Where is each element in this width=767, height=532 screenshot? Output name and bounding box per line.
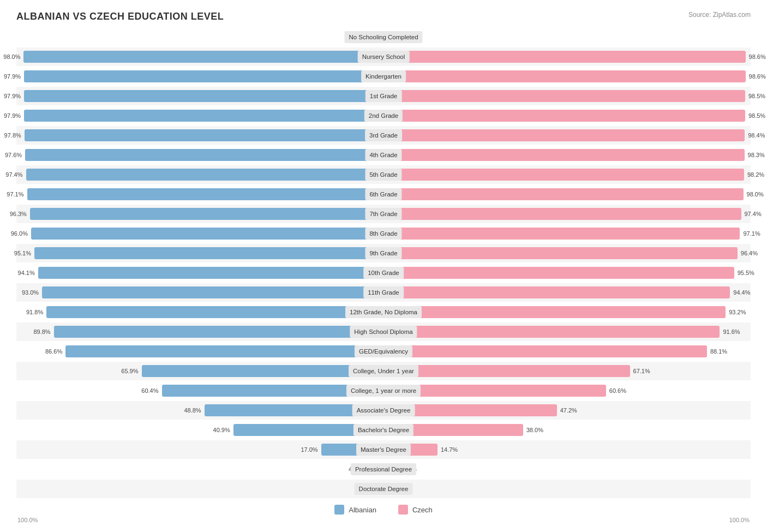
bar-label: Kindergarten [361,70,406,82]
bar-label: 3rd Grade [365,129,402,141]
bar-czech [384,51,746,63]
value-albanian: 97.4% [5,171,22,178]
bar-wrap: Doctorate Degree1.9%1.9% [16,480,751,498]
bar-czech [384,286,730,298]
bar-row: 2nd Grade97.9%98.5% [16,106,751,125]
bar-albanian [26,169,384,181]
legend-czech: Czech [398,505,433,515]
axis-right: 100.0% [729,517,750,523]
bar-row: Nursery School98.0%98.6% [16,47,751,66]
value-czech: 14.7% [441,446,458,453]
bar-wrap: Bachelor's Degree40.9%38.0% [16,421,751,439]
bar-wrap: 6th Grade97.1%98.0% [16,185,751,204]
bar-wrap: 7th Grade96.3%97.4% [16,205,751,223]
bar-albanian [24,110,384,122]
value-albanian: 93.0% [22,289,39,296]
value-albanian: 97.9% [4,93,21,99]
value-albanian: 89.8% [33,328,50,335]
legend-czech-box [398,505,408,515]
bar-albanian [46,306,384,318]
bar-label: Nursery School [358,51,410,63]
value-albanian: 97.8% [4,132,21,139]
bar-label: 6th Grade [365,188,402,200]
value-czech: 60.6% [609,387,626,394]
value-albanian: 95.1% [14,250,31,256]
value-albanian: 97.9% [4,73,21,80]
bar-row: Professional Degree4.9%4.4% [16,460,751,479]
bar-wrap: College, 1 year or more60.4%60.6% [16,381,751,400]
value-czech: 98.0% [747,191,764,198]
bar-wrap: Nursery School98.0%98.6% [16,47,751,66]
bar-row: 9th Grade95.1%96.4% [16,244,751,262]
bar-label: 10th Grade [363,267,404,279]
bar-albanian [38,267,384,279]
bar-wrap: 2nd Grade97.9%98.5% [16,106,751,125]
value-albanian: 86.6% [45,348,62,355]
bar-label: 5th Grade [365,169,402,181]
bar-wrap: 12th Grade, No Diploma91.8%93.2% [16,303,751,321]
bar-label: High School Diploma [350,326,417,338]
legend-albanian-box [334,505,344,515]
bar-row: Master's Degree17.0%14.7% [16,440,751,459]
value-czech: 97.1% [743,230,760,237]
legend: Albanian Czech [16,505,751,515]
value-czech: 98.2% [747,171,764,178]
bar-label: 9th Grade [365,247,402,259]
bar-albanian [142,365,384,377]
legend-albanian: Albanian [334,505,376,515]
value-czech: 94.4% [733,289,750,296]
bar-czech [384,326,720,338]
value-czech: 98.4% [748,132,765,139]
bar-label: 8th Grade [365,228,402,240]
bar-label: 11th Grade [363,286,404,298]
value-czech: 98.5% [748,93,765,99]
bar-label: Doctorate Degree [355,483,413,495]
bar-wrap: Master's Degree17.0%14.7% [16,440,751,459]
bar-label: Master's Degree [356,444,411,456]
bar-wrap: 4th Grade97.6%98.3% [16,146,751,164]
bar-row: 3rd Grade97.8%98.4% [16,126,751,145]
value-albanian: 48.8% [184,407,201,414]
bar-czech [384,188,744,200]
bar-label: College, 1 year or more [346,385,421,397]
bar-row: 7th Grade96.3%97.4% [16,205,751,223]
bar-wrap: College, Under 1 year65.9%67.1% [16,362,751,380]
bar-row: GED/Equivalency86.6%88.1% [16,342,751,361]
bar-czech [384,129,745,141]
bar-row: 1st Grade97.9%98.5% [16,87,751,105]
value-albanian: 97.1% [7,191,23,198]
bar-row: 11th Grade93.0%94.4% [16,283,751,302]
bar-albanian [25,129,384,141]
value-czech: 98.6% [749,73,766,80]
bar-wrap: Kindergarten97.9%98.6% [16,67,751,86]
source-label: Source: ZipAtlas.com [688,11,751,19]
bar-czech [384,208,741,220]
bar-czech [384,228,740,240]
chart-title: ALBANIAN VS CZECH EDUCATION LEVEL [16,11,751,22]
bar-label: 7th Grade [365,208,402,220]
value-albanian: 96.0% [11,230,28,237]
bar-albanian [31,228,384,240]
bar-wrap: Associate's Degree48.8%47.2% [16,401,751,420]
bar-czech [384,169,744,181]
bar-label: No Schooling Completed [344,31,422,43]
legend-albanian-label: Albanian [349,506,376,514]
value-czech: 96.4% [741,250,758,256]
bar-wrap: 1st Grade97.9%98.5% [16,87,751,105]
legend-czech-label: Czech [412,506,433,514]
bar-row: 12th Grade, No Diploma91.8%93.2% [16,303,751,321]
bar-albanian [42,286,384,298]
value-czech: 98.3% [748,152,765,158]
bar-row: Doctorate Degree1.9%1.9% [16,480,751,498]
axis-left: 100.0% [17,517,38,523]
bar-label: Professional Degree [351,463,416,475]
bar-label: 12th Grade, No Diploma [345,306,422,318]
bar-czech [384,365,630,377]
value-albanian: 97.6% [5,152,22,158]
bar-row: College, 1 year or more60.4%60.6% [16,381,751,400]
bar-row: 5th Grade97.4%98.2% [16,165,751,184]
bar-row: 10th Grade94.1%95.5% [16,264,751,282]
bar-row: Kindergarten97.9%98.6% [16,67,751,86]
bar-label: 2nd Grade [364,110,403,122]
bar-row: 4th Grade97.6%98.3% [16,146,751,164]
